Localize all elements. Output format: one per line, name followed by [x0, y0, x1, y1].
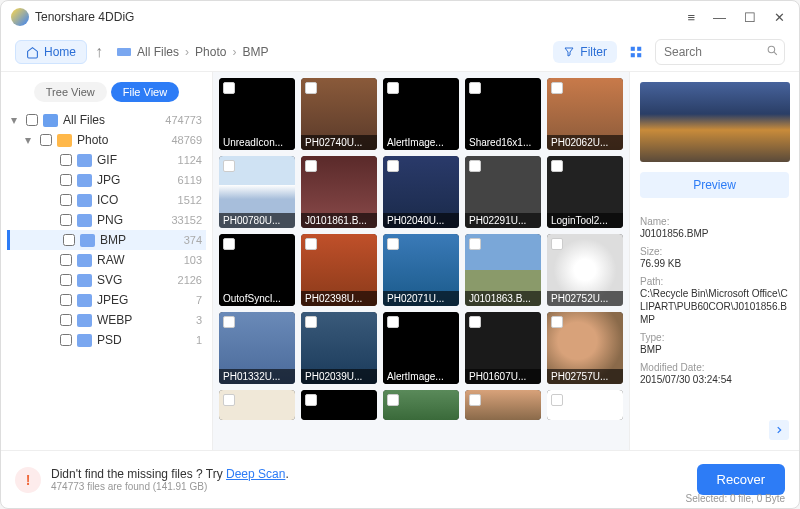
tree-item-photo[interactable]: ▾Photo48769: [7, 130, 206, 150]
tree-checkbox[interactable]: [63, 234, 75, 246]
breadcrumb: All Files › Photo › BMP: [117, 45, 268, 59]
tab-tree-view[interactable]: Tree View: [34, 82, 107, 102]
expand-icon[interactable]: ▾: [25, 133, 35, 147]
maximize-icon[interactable]: ☐: [740, 8, 760, 27]
thumbnail[interactable]: Shared16x1...: [465, 78, 541, 150]
thumbnail[interactable]: PH00780U...: [219, 156, 295, 228]
tree-item-ico[interactable]: ICO1512: [7, 190, 206, 210]
expand-icon[interactable]: ▾: [11, 113, 21, 127]
thumb-checkbox[interactable]: [551, 82, 563, 94]
tree-item-webp[interactable]: WEBP3: [7, 310, 206, 330]
thumbnail[interactable]: AlertImage...: [383, 78, 459, 150]
filter-button[interactable]: Filter: [553, 41, 617, 63]
thumb-checkbox[interactable]: [551, 316, 563, 328]
tree-checkbox[interactable]: [60, 174, 72, 186]
tree-item-gif[interactable]: GIF1124: [7, 150, 206, 170]
tab-file-view[interactable]: File View: [111, 82, 179, 102]
thumbnail[interactable]: PH01332U...: [219, 312, 295, 384]
thumbnail[interactable]: PH02291U...: [465, 156, 541, 228]
next-page-icon[interactable]: [769, 420, 789, 440]
thumb-checkbox[interactable]: [469, 238, 481, 250]
thumbnail[interactable]: PH02740U...: [301, 78, 377, 150]
grid-view-icon[interactable]: [625, 41, 647, 63]
tree-item-jpeg[interactable]: JPEG7: [7, 290, 206, 310]
thumbnail[interactable]: [465, 390, 541, 420]
thumb-caption: PH02752U...: [547, 291, 623, 306]
tree-item-bmp[interactable]: BMP374: [7, 230, 206, 250]
thumb-checkbox[interactable]: [305, 160, 317, 172]
thumbnail[interactable]: PH02062U...: [547, 78, 623, 150]
thumbnail[interactable]: PH02757U...: [547, 312, 623, 384]
thumbnail[interactable]: J0101861.B...: [301, 156, 377, 228]
thumbnail[interactable]: PH02398U...: [301, 234, 377, 306]
tree-item-raw[interactable]: RAW103: [7, 250, 206, 270]
thumbnail[interactable]: PH02040U...: [383, 156, 459, 228]
home-button[interactable]: Home: [15, 40, 87, 64]
tree-item-svg[interactable]: SVG2126: [7, 270, 206, 290]
thumb-caption: Shared16x1...: [465, 135, 541, 150]
thumb-checkbox[interactable]: [305, 238, 317, 250]
thumb-checkbox[interactable]: [387, 82, 399, 94]
thumb-checkbox[interactable]: [469, 316, 481, 328]
tree-checkbox[interactable]: [60, 254, 72, 266]
thumb-checkbox[interactable]: [305, 82, 317, 94]
thumb-checkbox[interactable]: [387, 160, 399, 172]
tree-checkbox[interactable]: [40, 134, 52, 146]
tree-item-jpg[interactable]: JPG6119: [7, 170, 206, 190]
tree-checkbox[interactable]: [60, 314, 72, 326]
thumbnail[interactable]: J0101863.B...: [465, 234, 541, 306]
recover-button[interactable]: Recover: [697, 464, 785, 495]
tree-checkbox[interactable]: [60, 334, 72, 346]
thumb-checkbox[interactable]: [223, 82, 235, 94]
thumb-checkbox[interactable]: [305, 316, 317, 328]
tree-item-psd[interactable]: PSD1: [7, 330, 206, 350]
thumb-checkbox[interactable]: [551, 394, 563, 406]
thumb-checkbox[interactable]: [551, 160, 563, 172]
thumb-checkbox[interactable]: [469, 82, 481, 94]
thumb-checkbox[interactable]: [469, 394, 481, 406]
tree-label: Photo: [77, 133, 166, 147]
crumb-photo[interactable]: Photo: [195, 45, 226, 59]
tree-checkbox[interactable]: [60, 194, 72, 206]
preview-button[interactable]: Preview: [640, 172, 789, 198]
thumb-checkbox[interactable]: [551, 238, 563, 250]
tree-checkbox[interactable]: [60, 294, 72, 306]
thumb-checkbox[interactable]: [223, 316, 235, 328]
thumb-checkbox[interactable]: [223, 160, 235, 172]
deep-scan-link[interactable]: Deep Scan: [226, 467, 285, 481]
up-icon[interactable]: ↑: [95, 43, 103, 61]
thumb-caption: PH00780U...: [219, 213, 295, 228]
tree-checkbox[interactable]: [60, 274, 72, 286]
thumb-checkbox[interactable]: [223, 394, 235, 406]
thumbnail[interactable]: PH02752U...: [547, 234, 623, 306]
crumb-bmp[interactable]: BMP: [242, 45, 268, 59]
tree-checkbox[interactable]: [60, 154, 72, 166]
thumbnail[interactable]: PH02071U...: [383, 234, 459, 306]
menu-icon[interactable]: ≡: [683, 8, 699, 27]
thumbnail[interactable]: UnreadIcon...: [219, 78, 295, 150]
thumb-checkbox[interactable]: [469, 160, 481, 172]
thumbnail[interactable]: PH01607U...: [465, 312, 541, 384]
thumbnail[interactable]: [383, 390, 459, 420]
thumbnail[interactable]: OutofSyncI...: [219, 234, 295, 306]
thumb-checkbox[interactable]: [387, 316, 399, 328]
thumbnail[interactable]: PH02039U...: [301, 312, 377, 384]
minimize-icon[interactable]: —: [709, 8, 730, 27]
tree-checkbox[interactable]: [26, 114, 38, 126]
thumb-checkbox[interactable]: [305, 394, 317, 406]
thumb-checkbox[interactable]: [387, 238, 399, 250]
thumbnail[interactable]: [219, 390, 295, 420]
thumbnail[interactable]: [301, 390, 377, 420]
search-icon[interactable]: [766, 44, 779, 57]
thumbnail[interactable]: LoginTool2...: [547, 156, 623, 228]
thumbnail[interactable]: [547, 390, 623, 420]
tree-label: PSD: [97, 333, 191, 347]
crumb-all[interactable]: All Files: [137, 45, 179, 59]
thumb-checkbox[interactable]: [223, 238, 235, 250]
thumb-checkbox[interactable]: [387, 394, 399, 406]
tree-item-png[interactable]: PNG33152: [7, 210, 206, 230]
close-icon[interactable]: ✕: [770, 8, 789, 27]
thumbnail[interactable]: AlertImage...: [383, 312, 459, 384]
tree-checkbox[interactable]: [60, 214, 72, 226]
tree-item-all-files[interactable]: ▾All Files474773: [7, 110, 206, 130]
